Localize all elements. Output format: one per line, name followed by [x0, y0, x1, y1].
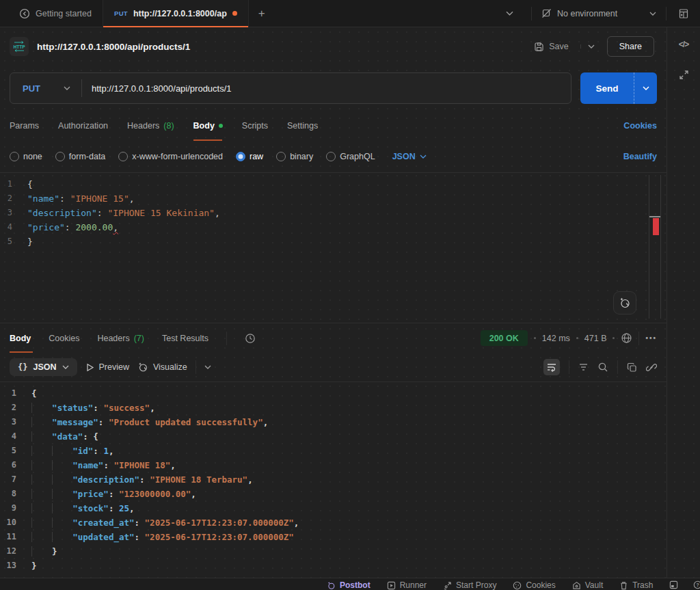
response-history-icon[interactable]: [245, 333, 256, 344]
visualize-chevron-icon[interactable]: [204, 365, 211, 369]
method-chevron-icon: [64, 86, 70, 90]
url-row: PUT http://127.0.0.1:8000/api/products/1…: [0, 66, 667, 111]
help-icon[interactable]: ?: [693, 580, 700, 589]
line-number: 11: [0, 530, 31, 544]
response-tab-body[interactable]: Body: [10, 323, 31, 353]
send-label: Send: [580, 72, 634, 104]
url-input[interactable]: http://127.0.0.1:8000/api/products/1: [82, 83, 241, 94]
tab-headers[interactable]: Headers (8): [127, 111, 174, 141]
radio-icon: [276, 152, 286, 161]
postbot-button[interactable]: [613, 291, 636, 314]
code-line: 6 "name": "IPHONE 18",: [0, 458, 667, 472]
send-options-chevron-icon[interactable]: [634, 72, 657, 104]
line-number: 12: [0, 544, 31, 559]
response-format-select[interactable]: {} JSON: [10, 358, 77, 376]
response-size: 471 B: [584, 334, 607, 343]
line-number: 5: [0, 234, 27, 249]
content-area: HTTP http://127.0.0.1:8000/api/products/…: [0, 27, 700, 578]
radio-icon: [326, 152, 336, 161]
response-tab-cookies[interactable]: Cookies: [49, 323, 79, 353]
separator-dot: [612, 337, 615, 339]
code-line: 7 "description": "IPHONE 18 Terbaru",: [0, 472, 667, 487]
cookie-icon: [513, 581, 522, 590]
tab-params[interactable]: Params: [10, 111, 39, 141]
tab-list-chevron-icon[interactable]: [488, 0, 531, 27]
tab-body[interactable]: Body: [193, 111, 223, 141]
headers-count: (8): [163, 121, 174, 131]
statusbar-cookies[interactable]: Cookies: [513, 580, 555, 590]
copy-icon[interactable]: [627, 362, 637, 373]
filter-icon[interactable]: [578, 362, 589, 372]
statusbar-runner[interactable]: Runner: [387, 580, 427, 590]
mode-binary[interactable]: binary: [276, 152, 313, 161]
line-number: 2: [0, 401, 31, 415]
line-number: 5: [0, 444, 31, 458]
network-globe-icon[interactable]: [621, 332, 632, 344]
statusbar-start-proxy[interactable]: Start Proxy: [443, 580, 496, 590]
line-number: 7: [0, 472, 31, 487]
method-select[interactable]: PUT: [10, 83, 81, 94]
radio-icon: [55, 152, 65, 161]
editor-overview-ruler: [649, 175, 661, 319]
expand-pane-icon[interactable]: [679, 70, 689, 80]
response-body-editor[interactable]: 1{2 "status": "success",3 "message": "Pr…: [0, 381, 667, 578]
statusbar-vault[interactable]: Vault: [572, 580, 603, 590]
request-response-pane: HTTP http://127.0.0.1:8000/api/products/…: [0, 27, 667, 578]
language-chevron-icon: [420, 155, 427, 159]
beautify-link[interactable]: Beautify: [623, 152, 657, 161]
environment-quick-look-icon[interactable]: [667, 0, 700, 27]
play-icon: [85, 363, 94, 372]
mode-none[interactable]: none: [10, 152, 42, 161]
tab-authorization[interactable]: Authorization: [58, 111, 108, 141]
svg-text:HTTP: HTTP: [13, 44, 25, 49]
url-control: PUT http://127.0.0.1:8000/api/products/1: [10, 72, 571, 104]
response-tab-headers[interactable]: Headers (7): [97, 323, 144, 353]
tab-settings[interactable]: Settings: [287, 111, 318, 141]
wrap-text-toggle[interactable]: [543, 359, 560, 375]
mode-form-data[interactable]: form-data: [55, 152, 106, 161]
statusbar-postbot[interactable]: Postbot: [327, 580, 371, 590]
right-rail: </>: [667, 27, 700, 578]
visualize-button[interactable]: Visualize: [137, 362, 187, 373]
cookies-link[interactable]: Cookies: [623, 121, 657, 131]
request-body-editor[interactable]: 1{2"name": "IPHONE 15",3"description": "…: [0, 172, 667, 323]
tab-getting-started[interactable]: Getting started: [8, 0, 103, 27]
save-button[interactable]: Save: [534, 42, 595, 52]
statusbar-trash[interactable]: Trash: [619, 580, 653, 590]
code-line: 1{: [0, 386, 667, 401]
tab-request-active[interactable]: PUT http://127.0.0.1:8000/ap: [103, 0, 249, 27]
line-number: 3: [0, 206, 27, 220]
code-line: 3"description": "IPHONE 15 Kekinian",: [0, 206, 667, 220]
line-number: 10: [0, 515, 31, 530]
mode-graphql[interactable]: GraphQL: [326, 152, 375, 161]
body-mode-row: none form-data x-www-form-urlencoded raw…: [0, 141, 667, 172]
save-options-chevron-icon[interactable]: [580, 44, 595, 49]
code-line: 9 "stock": 25,: [0, 501, 667, 515]
mode-raw[interactable]: raw: [236, 152, 263, 161]
response-code: 1{2 "status": "success",3 "message": "Pr…: [0, 386, 667, 573]
tab-scripts[interactable]: Scripts: [242, 111, 268, 141]
code-line: 2"name": "IPHONE 15",: [0, 191, 667, 206]
mode-x-www-form-urlencoded[interactable]: x-www-form-urlencoded: [118, 152, 223, 161]
raw-language-select[interactable]: JSON: [392, 152, 427, 161]
new-tab-button[interactable]: +: [249, 0, 275, 27]
code-snippet-icon[interactable]: </>: [679, 40, 688, 49]
link-icon[interactable]: [646, 362, 657, 373]
proxy-icon: [443, 581, 452, 590]
code-line: 10 "created_at": "2025-06-17T12:23:07.00…: [0, 515, 667, 530]
environment-label: No environment: [557, 9, 644, 18]
search-icon[interactable]: [597, 362, 608, 373]
status-badge: 200 OK: [481, 330, 528, 346]
response-tab-test-results[interactable]: Test Results: [162, 323, 208, 353]
preview-button[interactable]: Preview: [85, 362, 129, 372]
code-line: 12 }: [0, 544, 667, 559]
share-button[interactable]: Share: [607, 36, 654, 57]
environment-chevron-icon: [649, 12, 656, 16]
line-number: 4: [0, 220, 27, 234]
response-more-menu[interactable]: •••: [645, 334, 657, 342]
environment-selector[interactable]: No environment: [532, 0, 666, 27]
response-time: 142 ms: [542, 334, 570, 343]
postbot-icon: [619, 297, 631, 309]
bottom-panel-toggle-icon[interactable]: [669, 580, 678, 589]
send-button[interactable]: Send: [580, 72, 657, 104]
